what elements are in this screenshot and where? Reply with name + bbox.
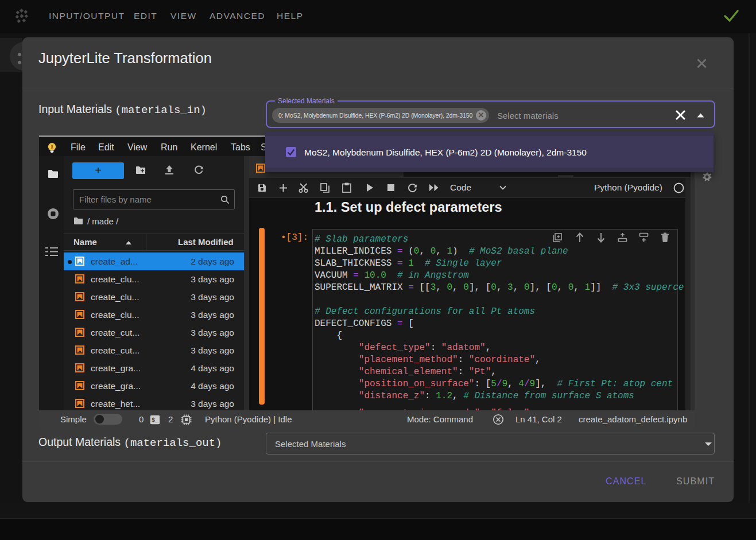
svg-text:$_: $_ bbox=[152, 417, 159, 424]
